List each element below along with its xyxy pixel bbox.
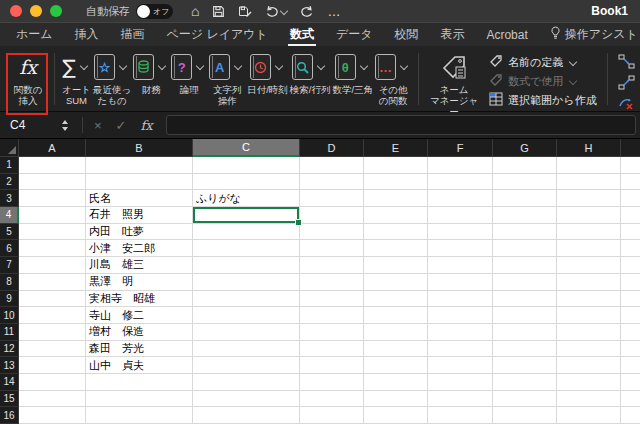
cell-D15[interactable] bbox=[300, 391, 364, 408]
cell-H16[interactable] bbox=[557, 407, 621, 424]
cell-B8[interactable]: 黒澤 明 bbox=[86, 274, 193, 291]
cell-F4[interactable] bbox=[428, 207, 493, 224]
zoom-window-button[interactable] bbox=[50, 5, 62, 17]
cell-A3[interactable] bbox=[19, 190, 86, 207]
cell-G3[interactable] bbox=[493, 190, 557, 207]
math-trig-button[interactable]: θ数学/三角 bbox=[332, 51, 373, 106]
minimize-window-button[interactable] bbox=[30, 5, 42, 17]
save-as-icon[interactable] bbox=[238, 5, 252, 18]
cell-D2[interactable] bbox=[300, 174, 364, 191]
chevron-down-icon[interactable] bbox=[280, 7, 288, 15]
cell-B16[interactable] bbox=[86, 407, 193, 424]
cell-F1[interactable] bbox=[428, 157, 493, 174]
cell-F8[interactable] bbox=[428, 274, 493, 291]
cell-E14[interactable] bbox=[364, 374, 428, 391]
cell-E12[interactable] bbox=[364, 341, 428, 358]
cell-H14[interactable] bbox=[557, 374, 621, 391]
logical-button[interactable]: ?論理 bbox=[171, 51, 207, 106]
row-header-7[interactable]: 7 bbox=[0, 257, 19, 274]
cell-B14[interactable] bbox=[86, 374, 193, 391]
cell-A15[interactable] bbox=[19, 391, 86, 408]
cell-A10[interactable] bbox=[19, 307, 86, 324]
cell-G15[interactable] bbox=[493, 391, 557, 408]
cell-A2[interactable] bbox=[19, 174, 86, 191]
column-header-H[interactable]: H bbox=[557, 139, 621, 157]
cell-H2[interactable] bbox=[557, 174, 621, 191]
cell-D11[interactable] bbox=[300, 324, 364, 341]
cell-E10[interactable] bbox=[364, 307, 428, 324]
cell-F15[interactable] bbox=[428, 391, 493, 408]
date-time-button[interactable]: 日付/時刻 bbox=[247, 51, 288, 106]
tab-view[interactable]: 表示 bbox=[438, 23, 466, 46]
cell-D4[interactable] bbox=[300, 207, 364, 224]
column-header-C[interactable]: C bbox=[193, 139, 300, 157]
cell-E3[interactable] bbox=[364, 190, 428, 207]
row-header-11[interactable]: 11 bbox=[0, 324, 19, 341]
define-name-button[interactable]: 名前の定義 bbox=[489, 54, 597, 70]
cell-A5[interactable] bbox=[19, 224, 86, 241]
cell-D8[interactable] bbox=[300, 274, 364, 291]
cell-E1[interactable] bbox=[364, 157, 428, 174]
cell-H11[interactable] bbox=[557, 324, 621, 341]
cell-C8[interactable] bbox=[193, 274, 300, 291]
row-header-2[interactable]: 2 bbox=[0, 174, 19, 191]
save-icon[interactable] bbox=[212, 5, 225, 18]
cell-A9[interactable] bbox=[19, 291, 86, 308]
cell-C7[interactable] bbox=[193, 257, 300, 274]
cell-H7[interactable] bbox=[557, 257, 621, 274]
cell-C1[interactable] bbox=[193, 157, 300, 174]
row-header-3[interactable]: 3 bbox=[0, 190, 19, 207]
chevron-down-icon[interactable] bbox=[400, 62, 408, 70]
cell-C11[interactable] bbox=[193, 324, 300, 341]
cell-G5[interactable] bbox=[493, 224, 557, 241]
cell-H5[interactable] bbox=[557, 224, 621, 241]
cell-B7[interactable]: 川島 雄三 bbox=[86, 257, 193, 274]
cell-B10[interactable]: 寺山 修二 bbox=[86, 307, 193, 324]
cell-H8[interactable] bbox=[557, 274, 621, 291]
chevron-down-icon[interactable] bbox=[196, 62, 204, 70]
cell-G6[interactable] bbox=[493, 240, 557, 257]
cell-H12[interactable] bbox=[557, 341, 621, 358]
cell-A13[interactable] bbox=[19, 357, 86, 374]
fill-handle[interactable] bbox=[295, 219, 302, 226]
cell-F12[interactable] bbox=[428, 341, 493, 358]
cell-E13[interactable] bbox=[364, 357, 428, 374]
chevron-down-icon[interactable] bbox=[79, 62, 87, 70]
row-header-8[interactable]: 8 bbox=[0, 274, 19, 291]
cell-A14[interactable] bbox=[19, 374, 86, 391]
row-header-12[interactable]: 12 bbox=[0, 341, 19, 358]
cell-G11[interactable] bbox=[493, 324, 557, 341]
tab-insert[interactable]: 挿入 bbox=[73, 23, 101, 46]
home-icon[interactable]: ⌂ bbox=[191, 4, 199, 18]
tab-draw[interactable]: 描画 bbox=[119, 23, 147, 46]
cell-F14[interactable] bbox=[428, 374, 493, 391]
cell-C6[interactable] bbox=[193, 240, 300, 257]
redo-icon[interactable] bbox=[300, 5, 314, 17]
cell-C12[interactable] bbox=[193, 341, 300, 358]
cell-E16[interactable] bbox=[364, 407, 428, 424]
cell-B5[interactable]: 内田 吐夢 bbox=[86, 224, 193, 241]
cell-H15[interactable] bbox=[557, 391, 621, 408]
cell-E9[interactable] bbox=[364, 291, 428, 308]
cell-G16[interactable] bbox=[493, 407, 557, 424]
cell-C10[interactable] bbox=[193, 307, 300, 324]
cell-G13[interactable] bbox=[493, 357, 557, 374]
tab-page-layout[interactable]: ページ レイアウト bbox=[165, 23, 270, 46]
row-header-4[interactable]: 4 bbox=[0, 207, 19, 224]
cell-B3[interactable]: 氏名 bbox=[86, 190, 193, 207]
cell-B11[interactable]: 増村 保造 bbox=[86, 324, 193, 341]
column-header-B[interactable]: B bbox=[86, 139, 193, 157]
cell-A12[interactable] bbox=[19, 341, 86, 358]
cell-F7[interactable] bbox=[428, 257, 493, 274]
cell-H3[interactable] bbox=[557, 190, 621, 207]
cell-G7[interactable] bbox=[493, 257, 557, 274]
cell-H1[interactable] bbox=[557, 157, 621, 174]
cell-B13[interactable]: 山中 貞夫 bbox=[86, 357, 193, 374]
tab-home[interactable]: ホーム bbox=[14, 23, 55, 46]
cell-D16[interactable] bbox=[300, 407, 364, 424]
cell-D12[interactable] bbox=[300, 341, 364, 358]
cell-A6[interactable] bbox=[19, 240, 86, 257]
cell-C14[interactable] bbox=[193, 374, 300, 391]
row-header-1[interactable]: 1 bbox=[0, 157, 19, 174]
cell-F6[interactable] bbox=[428, 240, 493, 257]
